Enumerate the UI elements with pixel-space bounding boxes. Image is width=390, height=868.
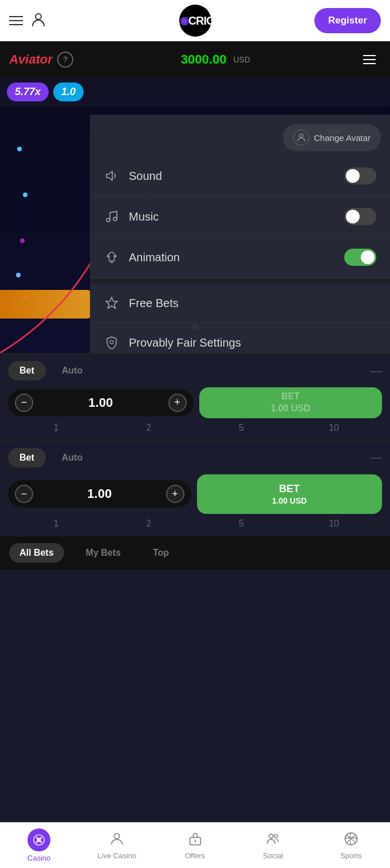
bet-btn-2-line1: BET <box>205 482 375 496</box>
animation-icon <box>104 249 120 265</box>
sports-icon <box>343 831 359 849</box>
sound-icon <box>104 168 120 184</box>
bet-panel-1-dash: — <box>371 364 382 378</box>
music-label: Music <box>129 210 335 223</box>
change-avatar-button[interactable]: Change Avatar <box>283 124 381 151</box>
multiplier-purple: 5.77x <box>7 83 49 101</box>
aviator-brand: Aviator <box>9 52 53 67</box>
svg-point-6 <box>113 217 117 221</box>
nav-social-label: Social <box>263 851 283 860</box>
bet-panel-2: Bet Auto — − 1.00 + BET 1.00 USD 1 2 5 1… <box>0 440 390 536</box>
svg-point-28 <box>115 834 120 839</box>
help-button[interactable]: ? <box>57 52 73 68</box>
nav-item-live-casino[interactable]: Live Casino <box>78 823 156 868</box>
quick-bet-1-2[interactable]: 2 <box>105 423 192 433</box>
sound-toggle-knob <box>346 169 360 183</box>
quick-bet-2-5[interactable]: 5 <box>198 519 285 529</box>
bet-btn-2-line2: 1.00 USD <box>205 496 375 506</box>
nav-offers-label: Offers <box>185 851 205 860</box>
game-header: Aviator ? 3000.00 USD <box>0 41 390 78</box>
casino-icon <box>27 828 50 851</box>
svg-point-24 <box>36 837 38 839</box>
multiplier-cyan: 1.0 <box>53 83 84 101</box>
bets-tab-my[interactable]: My Bets <box>76 543 131 563</box>
aviator-logo: Aviator ? <box>9 52 73 68</box>
nav-item-social[interactable]: Social <box>234 823 312 868</box>
social-icon <box>265 831 281 849</box>
sound-toggle[interactable] <box>344 167 376 184</box>
multiplier-bar: 5.77x 1.0 <box>0 78 390 106</box>
animation-toggle-knob <box>361 250 375 264</box>
bottom-nav: Casino Live Casino Offers <box>0 822 390 868</box>
music-toggle[interactable] <box>344 208 376 225</box>
menu-item-sound[interactable]: Sound <box>90 156 390 197</box>
bet-tab-1-bet[interactable]: Bet <box>8 361 46 380</box>
quick-bet-1-1[interactable]: 1 <box>13 423 100 433</box>
svg-point-31 <box>269 834 273 838</box>
free-bets-label: Free Bets <box>129 297 376 310</box>
nav-left <box>9 11 47 30</box>
bet-panel-1: Bet Auto — − 1.00 + BET 1.00 USD 1 2 5 1… <box>0 353 390 440</box>
menu-item-free-bets[interactable]: Free Bets <box>90 284 390 323</box>
logo-circle: 1◉ CRIC <box>179 5 211 37</box>
stepper-1: − 1.00 + <box>8 389 194 417</box>
svg-point-9 <box>110 340 113 344</box>
stepper-1-plus[interactable]: + <box>168 394 187 412</box>
bet-tabs-2: Bet Auto — <box>8 448 382 468</box>
provably-fair-label: Provably Fair Settings <box>129 336 376 349</box>
menu-item-provably-fair[interactable]: Provably Fair Settings <box>90 323 390 353</box>
animation-toggle[interactable] <box>344 249 376 266</box>
svg-point-0 <box>36 14 41 19</box>
bet-tab-2-bet[interactable]: Bet <box>8 448 46 468</box>
logo: 1◉ CRIC <box>179 5 211 37</box>
stepper-1-value: 1.00 <box>33 395 168 410</box>
change-avatar-row: Change Avatar <box>90 115 390 156</box>
user-icon[interactable] <box>30 11 47 30</box>
menu-item-music[interactable]: Music <box>90 197 390 237</box>
settings-dropdown: Change Avatar Sound <box>90 115 390 353</box>
live-casino-icon <box>109 831 125 849</box>
stepper-2-value: 1.00 <box>33 486 166 501</box>
register-button[interactable]: Register <box>314 8 381 33</box>
star-icon <box>104 295 120 311</box>
bets-tab-all[interactable]: All Bets <box>9 543 64 563</box>
quick-bet-2-1[interactable]: 1 <box>13 519 100 529</box>
bet-tabs-1: Bet Auto — <box>8 361 382 380</box>
balance-area: 3000.00 USD <box>181 52 250 67</box>
stepper-1-minus[interactable]: − <box>15 394 33 412</box>
offers-icon <box>187 831 203 849</box>
stepper-2: − 1.00 + <box>8 480 191 508</box>
sound-label: Sound <box>129 170 335 183</box>
stepper-2-plus[interactable]: + <box>166 485 184 503</box>
nav-live-casino-label: Live Casino <box>97 851 136 860</box>
balance-currency: USD <box>233 55 250 64</box>
svg-marker-8 <box>106 297 117 308</box>
menu-item-animation[interactable]: Animation <box>90 237 390 278</box>
bet-panel-2-dash: — <box>371 451 382 464</box>
quick-bet-1-10[interactable]: 10 <box>290 423 377 433</box>
game-area: 5.77x 1.0 <box>0 78 390 353</box>
stepper-2-minus[interactable]: − <box>15 485 33 503</box>
quick-bet-2-2[interactable]: 2 <box>105 519 192 529</box>
nav-item-casino[interactable]: Casino <box>0 823 78 868</box>
bet-button-1[interactable]: BET 1.00 USD <box>199 387 383 418</box>
quick-bet-1-5[interactable]: 5 <box>198 423 285 433</box>
bet-tab-1-auto[interactable]: Auto <box>50 361 94 380</box>
bets-tabs-bar: All Bets My Bets Top <box>0 536 390 569</box>
nav-casino-label: Casino <box>27 854 50 862</box>
nav-item-sports[interactable]: Sports <box>312 823 390 868</box>
bets-tab-top[interactable]: Top <box>143 543 179 563</box>
bet-tab-2-auto[interactable]: Auto <box>50 448 94 468</box>
svg-point-5 <box>107 218 110 222</box>
svg-point-32 <box>274 834 277 838</box>
top-nav: 1◉ CRIC Register <box>0 0 390 41</box>
svg-point-3 <box>300 134 303 138</box>
settings-menu-button[interactable] <box>358 48 381 71</box>
animation-label: Animation <box>129 251 335 264</box>
quick-bet-2-10[interactable]: 10 <box>290 519 377 529</box>
change-avatar-label: Change Avatar <box>314 133 371 143</box>
bet-button-2[interactable]: BET 1.00 USD <box>197 474 383 514</box>
svg-point-26 <box>36 841 38 843</box>
nav-item-offers[interactable]: Offers <box>156 823 234 868</box>
hamburger-icon[interactable] <box>9 16 23 25</box>
